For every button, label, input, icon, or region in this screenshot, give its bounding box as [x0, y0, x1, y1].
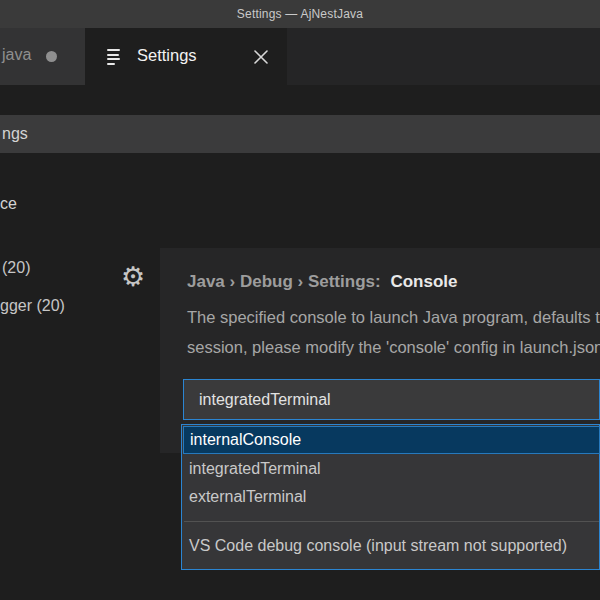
- dropdown-option-externalTerminal[interactable]: externalTerminal: [183, 483, 600, 511]
- setting-name: Console: [390, 272, 457, 291]
- dropdown-option-internalConsole[interactable]: internalConsole: [183, 426, 600, 454]
- tab-java-label: java: [2, 46, 31, 64]
- editor-tab-bar: java Settings: [0, 28, 600, 85]
- setting-description-line1: The specified console to launch Java pro…: [187, 308, 600, 327]
- dropdown-separator: [184, 521, 599, 522]
- dropdown-option-integratedTerminal[interactable]: integratedTerminal: [183, 455, 600, 483]
- window-title: Settings — AjNestJava: [237, 7, 363, 21]
- toc-item-extensions[interactable]: (20): [2, 259, 30, 277]
- console-dropdown-popup: internalConsole integratedTerminal exter…: [181, 424, 600, 570]
- unsaved-changes-dot-icon[interactable]: [46, 51, 57, 62]
- console-select-value: integratedTerminal: [184, 391, 331, 409]
- tab-java[interactable]: java: [0, 28, 85, 85]
- window-titlebar: Settings — AjNestJava: [0, 0, 600, 28]
- console-select[interactable]: integratedTerminal: [183, 379, 600, 420]
- setting-title: Java › Debug › Settings: Console: [187, 272, 457, 292]
- settings-editor-icon: [107, 49, 121, 65]
- toc-item-debugger[interactable]: gger (20): [0, 297, 65, 315]
- close-icon[interactable]: [252, 48, 270, 66]
- settings-search-input[interactable]: [0, 115, 600, 153]
- gear-icon[interactable]: ⚙: [121, 263, 145, 290]
- setting-description-line2: session, please modify the 'console' con…: [187, 338, 600, 357]
- setting-breadcrumb: Java › Debug › Settings:: [187, 272, 381, 291]
- dropdown-option-detail: VS Code debug console (input stream not …: [183, 532, 599, 560]
- scope-tab-workspace[interactable]: ce: [0, 195, 17, 213]
- tab-settings[interactable]: Settings: [85, 28, 287, 85]
- tab-settings-label: Settings: [137, 45, 197, 64]
